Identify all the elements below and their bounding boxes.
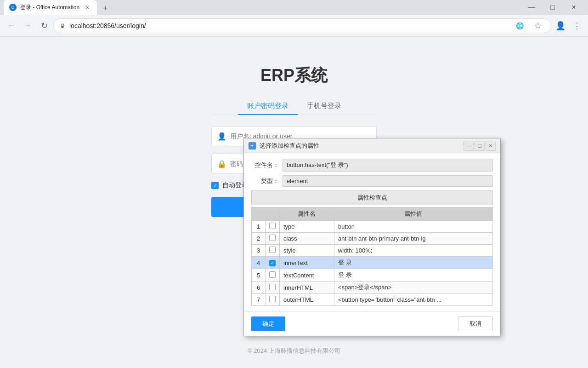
- reload-button[interactable]: ↻: [37, 18, 51, 33]
- control-name-label: 控件名：: [251, 161, 279, 169]
- minimize-button[interactable]: —: [521, 0, 542, 15]
- new-tab-button[interactable]: +: [99, 2, 112, 15]
- row-checkbox[interactable]: [269, 284, 276, 290]
- modal-overlay: ✦ 选择添加检查点的属性 — □ × 控件名： button:has-text(…: [0, 37, 588, 364]
- dialog-minimize-button[interactable]: —: [464, 141, 474, 151]
- attr-value: ant-btn ant-btn-primary ant-btn-lg: [334, 233, 492, 245]
- dialog-window-controls: — □ ×: [464, 141, 496, 151]
- type-label: 类型：: [251, 177, 279, 185]
- table-row: 4✓innerText登 录: [252, 257, 493, 269]
- attr-name: class: [280, 233, 334, 245]
- svg-rect-1: [62, 26, 64, 28]
- dialog-footer: 确定 取消: [244, 311, 500, 336]
- col-attr-value: 属性值: [334, 207, 492, 221]
- row-checkbox[interactable]: [269, 235, 276, 241]
- tab-favicon: O: [9, 4, 17, 11]
- table-row: 1typebutton: [252, 221, 493, 233]
- row-checkbox[interactable]: [269, 223, 276, 229]
- attr-value: 登 录: [334, 257, 492, 269]
- address-bar[interactable]: localhost:20856/user/login/ 🌐 ☆: [53, 18, 551, 33]
- attr-value: 登 录: [334, 269, 492, 282]
- row-checkbox-cell[interactable]: [266, 245, 280, 257]
- forward-button[interactable]: →: [20, 18, 35, 33]
- dialog-body: 控件名： button:has-text("登 录") 类型： element …: [244, 153, 500, 311]
- table-row: 5textContent登 录: [252, 269, 493, 282]
- section-header: 属性检查点: [251, 190, 493, 205]
- menu-icon[interactable]: ⋮: [570, 18, 584, 33]
- dialog-title-icon: ✦: [249, 142, 256, 150]
- col-num: [252, 207, 266, 221]
- table-row: 7outerHTML<button type="button" class="a…: [252, 294, 493, 306]
- row-number: 7: [252, 294, 266, 306]
- attr-value: width: 100%;: [334, 245, 492, 257]
- close-button[interactable]: ×: [563, 0, 584, 15]
- row-number: 5: [252, 269, 266, 282]
- cancel-button[interactable]: 取消: [458, 316, 493, 331]
- row-checkbox[interactable]: [269, 247, 276, 253]
- row-number: 1: [252, 221, 266, 233]
- attr-name: type: [280, 221, 334, 233]
- tab-title: 登录 - Office Automation: [20, 4, 79, 12]
- lock-icon: [59, 23, 66, 29]
- table-row: 3stylewidth: 100%;: [252, 245, 493, 257]
- browser-tab[interactable]: O 登录 - Office Automation ×: [4, 0, 97, 15]
- control-name-value: button:has-text("登 录"): [283, 159, 493, 172]
- dialog-title-text: 选择添加检查点的属性: [260, 142, 460, 150]
- row-checkbox-cell[interactable]: [266, 221, 280, 233]
- attr-value: <button type="button" class="ant-btn ...: [334, 294, 492, 306]
- control-name-row: 控件名： button:has-text("登 录"): [251, 159, 493, 172]
- row-checkbox-cell[interactable]: [266, 233, 280, 245]
- attributes-table: 属性名 属性值 1typebutton2classant-btn ant-btn…: [251, 207, 493, 306]
- translate-icon[interactable]: 🌐: [512, 18, 527, 33]
- type-value: element: [283, 175, 493, 187]
- confirm-button[interactable]: 确定: [251, 316, 285, 331]
- back-button[interactable]: ←: [4, 18, 18, 33]
- attr-name: innerText: [280, 257, 334, 269]
- attr-value: <span>登录</span>: [334, 282, 492, 294]
- attr-name: innerHTML: [280, 282, 334, 294]
- attr-name: outerHTML: [280, 294, 334, 306]
- row-checkbox-cell[interactable]: ✓: [266, 257, 280, 269]
- account-icon[interactable]: 👤: [553, 18, 568, 33]
- col-check: [266, 207, 280, 221]
- row-number: 6: [252, 282, 266, 294]
- url-text: localhost:20856/user/login/: [69, 22, 509, 29]
- attr-name: style: [280, 245, 334, 257]
- table-row: 6innerHTML<span>登录</span>: [252, 282, 493, 294]
- row-checkbox[interactable]: [269, 296, 276, 302]
- tab-close-button[interactable]: ×: [83, 3, 91, 12]
- dialog-titlebar: ✦ 选择添加检查点的属性 — □ ×: [244, 138, 500, 153]
- row-checkbox[interactable]: [269, 271, 276, 278]
- row-number: 2: [252, 233, 266, 245]
- row-checkbox-cell[interactable]: [266, 269, 280, 282]
- maximize-button[interactable]: □: [542, 0, 563, 15]
- table-row: 2classant-btn ant-btn-primary ant-btn-lg: [252, 233, 493, 245]
- bookmark-icon[interactable]: ☆: [531, 18, 545, 33]
- col-attr-name: 属性名: [280, 207, 334, 221]
- row-number: 3: [252, 245, 266, 257]
- attr-name: textContent: [280, 269, 334, 282]
- row-checkbox-cell[interactable]: [266, 294, 280, 306]
- row-number: 4: [252, 257, 266, 269]
- browser-toolbar: ← → ↻ localhost:20856/user/login/ 🌐 ☆ 👤 …: [0, 15, 588, 37]
- property-dialog: ✦ 选择添加检查点的属性 — □ × 控件名： button:has-text(…: [243, 138, 501, 336]
- attr-value: button: [334, 221, 492, 233]
- row-checkbox-cell[interactable]: [266, 282, 280, 294]
- type-row: 类型： element: [251, 175, 493, 187]
- dialog-maximize-button[interactable]: □: [475, 141, 485, 151]
- dialog-close-button[interactable]: ×: [486, 141, 496, 151]
- page-content: ERP系统 账户密码登录 手机号登录 👤 🔒 ✓ 自动登录 登 录 © 2024…: [0, 37, 588, 364]
- row-checkbox[interactable]: ✓: [269, 260, 276, 266]
